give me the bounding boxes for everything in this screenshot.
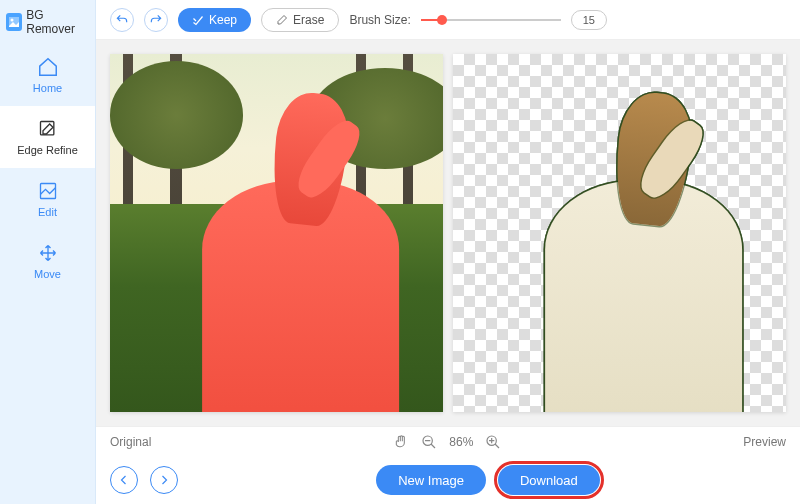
app-logo: BG Remover [0, 0, 95, 44]
main: Keep Erase Brush Size: 15 [96, 0, 800, 504]
preview-panel[interactable] [453, 54, 786, 412]
cutout-image [453, 54, 786, 412]
edge-refine-icon [37, 118, 59, 140]
sidebar-item-label: Edit [38, 206, 57, 218]
original-panel[interactable] [110, 54, 443, 412]
sidebar-item-label: Move [34, 268, 61, 280]
brush-size-slider[interactable] [421, 12, 561, 28]
redo-button[interactable] [144, 8, 168, 32]
home-icon [37, 56, 59, 78]
next-image-button[interactable] [150, 466, 178, 494]
sidebar-item-edit[interactable]: Edit [0, 168, 95, 230]
app-name: BG Remover [26, 8, 89, 36]
new-image-button[interactable]: New Image [376, 465, 486, 495]
edit-icon [37, 180, 59, 202]
logo-icon [6, 13, 22, 31]
status-bar: Original 86% Preview [96, 426, 800, 456]
zoom-out-button[interactable] [421, 434, 437, 450]
sidebar-item-home[interactable]: Home [0, 44, 95, 106]
erase-button[interactable]: Erase [261, 8, 339, 32]
pan-icon[interactable] [393, 434, 409, 450]
footer: New Image Download [96, 456, 800, 504]
preview-label: Preview [743, 435, 786, 449]
brush-size-value[interactable]: 15 [571, 10, 607, 30]
erase-label: Erase [293, 13, 324, 27]
zoom-value: 86% [449, 435, 473, 449]
zoom-in-button[interactable] [485, 434, 501, 450]
sidebar-item-label: Edge Refine [17, 144, 78, 156]
original-label: Original [110, 435, 151, 449]
workspace [96, 40, 800, 426]
sidebar-item-label: Home [33, 82, 62, 94]
original-image [110, 54, 443, 412]
svg-point-1 [11, 19, 14, 22]
undo-button[interactable] [110, 8, 134, 32]
brush-size-label: Brush Size: [349, 13, 410, 27]
sidebar-item-move[interactable]: Move [0, 230, 95, 292]
toolbar: Keep Erase Brush Size: 15 [96, 0, 800, 40]
keep-label: Keep [209, 13, 237, 27]
keep-button[interactable]: Keep [178, 8, 251, 32]
sidebar: BG Remover Home Edge Refine Edit Move [0, 0, 96, 504]
prev-image-button[interactable] [110, 466, 138, 494]
sidebar-item-edge-refine[interactable]: Edge Refine [0, 106, 95, 168]
move-icon [37, 242, 59, 264]
download-button[interactable]: Download [498, 465, 600, 495]
